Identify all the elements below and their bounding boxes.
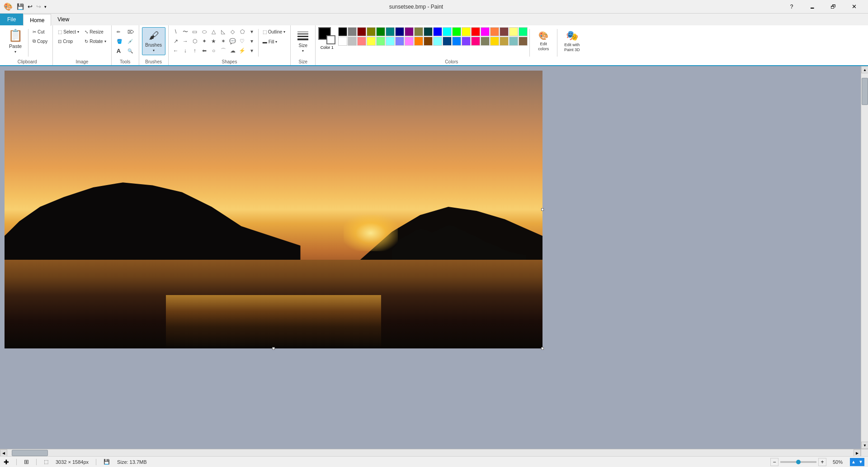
shape-scroll-btn[interactable]: ⌒: [219, 46, 228, 55]
swatch-dark-teal[interactable]: [424, 27, 433, 36]
swatch-rose[interactable]: [471, 37, 480, 46]
new-image-button[interactable]: ✚: [4, 458, 9, 466]
swatch-violet[interactable]: [462, 37, 471, 46]
swatch-dark-blue[interactable]: [443, 37, 452, 46]
shape-curve-btn[interactable]: 〜: [181, 27, 190, 36]
shape-pentagon-btn[interactable]: ⬠: [238, 27, 247, 36]
swatch-light-gray[interactable]: [348, 37, 357, 46]
tab-view[interactable]: View: [51, 14, 75, 25]
text-button[interactable]: A: [114, 46, 124, 55]
shape-rect-btn[interactable]: ▭: [190, 27, 199, 36]
paste-button[interactable]: 📋 Paste ▾: [5, 29, 26, 54]
swatch-magenta[interactable]: [481, 27, 490, 36]
v-scrollbar-track[interactable]: [861, 73, 868, 442]
swatch-light-cyan[interactable]: [386, 37, 395, 46]
tab-home[interactable]: Home: [23, 14, 51, 26]
v-scroll-down-button[interactable]: ▼: [861, 442, 868, 449]
swatch-orange[interactable]: [490, 27, 499, 36]
swatch-aqua[interactable]: [433, 37, 442, 46]
canvas-resize-handle-r[interactable]: [541, 208, 544, 211]
swatch-dark-green[interactable]: [376, 27, 385, 36]
swatch-teal[interactable]: [386, 27, 395, 36]
zoom-out-button[interactable]: −: [770, 458, 778, 466]
shape-heart-btn[interactable]: ♡: [238, 37, 247, 46]
swatch-light-green[interactable]: [376, 37, 385, 46]
swatch-lime[interactable]: [452, 27, 461, 36]
shape-star4-btn[interactable]: ✦: [200, 37, 209, 46]
swatch-dark-gold[interactable]: [500, 37, 509, 46]
fill-button[interactable]: 🪣: [114, 37, 124, 46]
pencil-button[interactable]: ✏: [114, 27, 124, 36]
swatch-dark-yellow[interactable]: [414, 27, 423, 36]
zoom-slider-thumb[interactable]: [796, 460, 801, 464]
swatch-black[interactable]: [338, 27, 347, 36]
qs-redo-button[interactable]: ↪: [35, 2, 42, 11]
resize-button[interactable]: ⤡ Resize: [82, 27, 108, 36]
color2-box[interactable]: [326, 35, 335, 44]
swatch-light-yellow[interactable]: [509, 27, 518, 36]
crop-button[interactable]: ⊡ Crop: [56, 37, 81, 46]
swatch-light-magenta[interactable]: [405, 37, 414, 46]
magnify-button[interactable]: 🔍: [125, 46, 136, 55]
outline-button[interactable]: ⬚ Outline ▾: [260, 27, 288, 36]
shape-arrow-btn[interactable]: ↗: [171, 37, 180, 46]
shape-bubble-btn[interactable]: ○: [209, 46, 218, 55]
right-scroll-up[interactable]: ▲: [850, 458, 857, 466]
shape-larrow-btn[interactable]: ←: [171, 46, 180, 55]
v-scrollbar-thumb[interactable]: [862, 78, 868, 105]
swatch-light-red[interactable]: [357, 37, 366, 46]
right-scroll-down[interactable]: ▼: [857, 458, 864, 466]
shape-darrow-btn[interactable]: ↓: [181, 46, 190, 55]
swatch-dark-brown[interactable]: [424, 37, 433, 46]
shape-diagonal-btn[interactable]: \: [171, 27, 180, 36]
qs-dropdown-button[interactable]: ▾: [43, 4, 47, 10]
shape-star6-btn[interactable]: ✶: [219, 37, 228, 46]
swatch-yellow[interactable]: [462, 27, 471, 36]
shape-rarrow-btn[interactable]: →: [181, 37, 190, 46]
close-button[interactable]: ✕: [844, 0, 864, 14]
edit-paint3d-button[interactable]: 🎭 Edit with Paint 3D: [559, 27, 585, 55]
h-scroll-right-button[interactable]: ▶: [854, 449, 861, 456]
shape-hexagon-btn[interactable]: ⬡: [190, 37, 199, 46]
swatch-light-yellow2[interactable]: [367, 37, 376, 46]
tab-file[interactable]: File: [0, 14, 23, 25]
minimize-button[interactable]: 🗕: [802, 0, 823, 14]
shape-ellipse-btn[interactable]: ⬭: [200, 27, 209, 36]
fill-shapes-button[interactable]: ▬ Fill ▾: [260, 37, 288, 46]
shape-diamond-btn[interactable]: ◇: [228, 27, 237, 36]
eraser-button[interactable]: ⌦: [125, 27, 136, 36]
canvas[interactable]: [5, 71, 542, 348]
shape-uarrow-btn[interactable]: ↑: [190, 46, 199, 55]
zoom-in-button[interactable]: +: [818, 458, 826, 466]
shape-more3-btn[interactable]: ▾: [247, 46, 256, 55]
swatch-gold[interactable]: [490, 37, 499, 46]
swatch-sky-blue[interactable]: [452, 37, 461, 46]
swatch-red[interactable]: [471, 27, 480, 36]
restore-button[interactable]: 🗗: [823, 0, 844, 14]
shape-larrow2-btn[interactable]: ⬅: [200, 46, 209, 55]
swatch-blue[interactable]: [433, 27, 442, 36]
swatch-brown[interactable]: [500, 27, 509, 36]
canvas-resize-handle-b[interactable]: [272, 347, 275, 350]
shape-callout-btn[interactable]: 💬: [228, 37, 237, 46]
swatch-dark-gray[interactable]: [348, 27, 357, 36]
swatch-light-blue[interactable]: [395, 37, 404, 46]
swatch-cyan[interactable]: [443, 27, 452, 36]
swatch-dark-orange[interactable]: [414, 37, 423, 46]
shape-cloud-btn[interactable]: ☁: [228, 46, 237, 55]
swatch-dark-red[interactable]: [357, 27, 366, 36]
swatch-grayblue[interactable]: [509, 37, 518, 46]
swatch-purple[interactable]: [405, 27, 414, 36]
shape-rtriangle-btn[interactable]: ◺: [219, 27, 228, 36]
swatch-gray-green[interactable]: [481, 37, 490, 46]
color-picker-button[interactable]: 💉: [125, 37, 136, 46]
shape-lightning-btn[interactable]: ⚡: [238, 46, 247, 55]
swatch-white[interactable]: [338, 37, 347, 46]
shape-triangle-btn[interactable]: △: [209, 27, 218, 36]
size-button[interactable]: Size ▾: [293, 27, 312, 55]
qs-undo-button[interactable]: ↩: [26, 2, 34, 11]
brushes-button[interactable]: 🖌 Brushes ▾: [142, 27, 165, 55]
copy-button[interactable]: ⧉ Copy: [30, 37, 50, 46]
v-scroll-up-button[interactable]: ▲: [861, 66, 868, 73]
zoom-slider[interactable]: [780, 461, 816, 463]
